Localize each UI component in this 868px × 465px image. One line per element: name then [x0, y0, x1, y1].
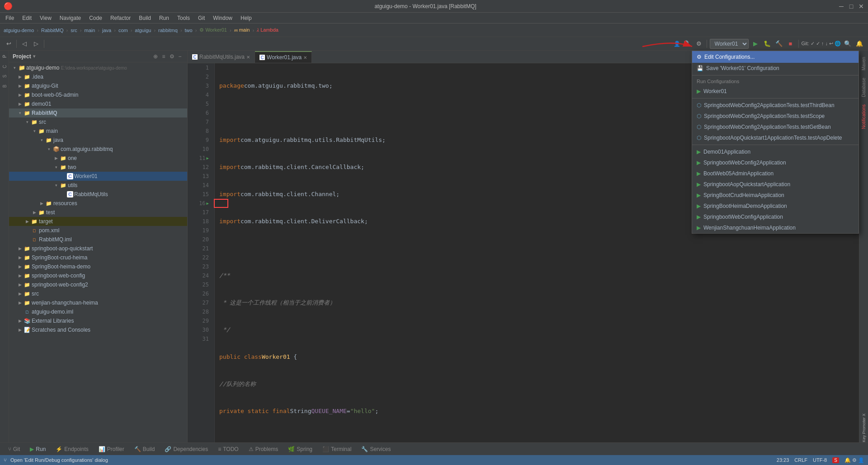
notification-button[interactable]: 🔔 — [854, 39, 864, 49]
config-test2[interactable]: ⬡ SpringbootWebConfig2ApplicationTests.t… — [692, 111, 859, 122]
config-test4[interactable]: ⬡ SpringbootAopQuickstart1ApplicationTes… — [692, 132, 859, 143]
config-aop[interactable]: ▶ SpringbootAopQuickstartApplication — [692, 179, 859, 190]
left-icon-bookmarks[interactable]: B — [0, 82, 9, 90]
bottom-tab-git[interactable]: ⑂ Git — [4, 444, 24, 454]
tree-rabbitmq[interactable]: ▾ 📁 RabbitMQ — [9, 108, 187, 117]
breadcrumb-root[interactable]: atguigu-demo — [4, 28, 34, 33]
debug-button[interactable]: 🐛 — [762, 39, 772, 49]
tree-springboot-web2[interactable]: ▶ 📁 springboot-web-config2 — [9, 280, 187, 289]
stop-button[interactable]: ■ — [786, 39, 796, 49]
tree-one[interactable]: ▶ 📁 one — [9, 154, 187, 163]
bottom-tab-terminal[interactable]: ⬛ Terminal — [318, 444, 356, 454]
notifications-tab[interactable]: Notifications — [860, 102, 867, 132]
config-springboot-web2app[interactable]: ▶ SpringbootWebConfig2Application — [692, 157, 859, 168]
tree-java[interactable]: ▾ 📁 java — [9, 136, 187, 145]
close-button[interactable]: ✕ — [858, 3, 864, 9]
tree-worker01[interactable]: C Worker01 — [9, 172, 187, 181]
breadcrumb-worker01[interactable]: ⚙ Worker01 — [199, 27, 227, 33]
menu-view[interactable]: View — [36, 14, 55, 22]
tree-root[interactable]: ▾ 📁 atguigu-demo E:\idea-workspace\atgui… — [9, 63, 187, 72]
menu-navigate[interactable]: Navigate — [56, 14, 85, 22]
tree-main[interactable]: ▾ 📁 main — [9, 127, 187, 136]
back-button[interactable]: ◁ — [19, 39, 29, 49]
maximize-button[interactable]: □ — [848, 3, 854, 9]
tree-springboot-heima[interactable]: ▶ 📁 SpringBoot-heima-demo — [9, 262, 187, 271]
tree-utils[interactable]: ▾ 📁 utils — [9, 181, 187, 190]
bottom-tab-dependencies[interactable]: 🔗 Dependencies — [160, 444, 212, 454]
run-button[interactable]: ▶ — [750, 39, 760, 49]
left-icon-structure[interactable]: S — [0, 72, 9, 80]
tree-iml[interactable]: 🗋 RabbitMQ.iml — [9, 235, 187, 244]
menu-edit[interactable]: Edit — [19, 14, 35, 22]
config-webconfig[interactable]: ▶ SpringbootWebConfigApplication — [692, 211, 859, 222]
run-config-select[interactable]: Worker01 — [710, 39, 749, 49]
menu-build[interactable]: Build — [135, 14, 155, 22]
title-bar-right[interactable]: ─ □ ✕ — [838, 3, 864, 9]
config-bootweb[interactable]: ▶ BootWeb05AdminApplication — [692, 168, 859, 179]
bottom-tab-endpoints[interactable]: ⚡ Endpoints — [51, 444, 93, 454]
tree-target[interactable]: ▶ 📁 target — [9, 217, 187, 226]
bottom-tab-spring[interactable]: 🌿 Spring — [283, 444, 317, 454]
menu-window[interactable]: Window — [209, 14, 236, 22]
breadcrumb-src[interactable]: src — [71, 28, 77, 33]
menu-tools[interactable]: Tools — [174, 14, 193, 22]
breadcrumb-atguigu[interactable]: atguigu — [135, 28, 151, 33]
tree-demo01[interactable]: ▶ 📁 demo01 — [9, 99, 187, 108]
tree-src[interactable]: ▾ 📁 src — [9, 117, 187, 127]
breadcrumb-com[interactable]: com — [118, 28, 128, 33]
breadcrumb-main[interactable]: main — [85, 28, 95, 33]
bottom-tab-problems[interactable]: ⚠ Problems — [244, 444, 283, 454]
config-wenjian[interactable]: ▶ WenjianShangchuanHeimaApplication — [692, 222, 859, 233]
bottom-tab-run[interactable]: ▶ Run — [25, 444, 50, 454]
config-demo01[interactable]: ▶ Demo01Application — [692, 146, 859, 157]
config-test1[interactable]: ⬡ SpringbootWebConfig2ApplicationTests.t… — [692, 100, 859, 111]
config-crud[interactable]: ▶ SpringBootCrudHeimaApplication — [692, 190, 859, 201]
tree-springboot-aop[interactable]: ▶ 📁 springboot-aop-quickstart — [9, 244, 187, 253]
menu-run[interactable]: Run — [156, 14, 173, 22]
revert-button[interactable]: ↩ — [4, 39, 14, 49]
tab-rabbitmqutils[interactable]: C RabbitMqUtils.java ✕ — [188, 51, 255, 63]
search-button[interactable]: 🔍 — [843, 39, 853, 49]
breadcrumb-lambda[interactable]: 𝜆 Lambda — [257, 27, 278, 33]
tab-worker01[interactable]: C Worker01.java ✕ — [255, 51, 312, 63]
breadcrumb-method-main[interactable]: 𝑚 main — [234, 27, 250, 33]
tree-close[interactable]: − — [176, 53, 184, 60]
locate-button[interactable]: ⊕ — [152, 53, 159, 60]
menu-code[interactable]: Code — [85, 14, 106, 22]
tab-close[interactable]: ✕ — [246, 55, 250, 60]
breadcrumb-two[interactable]: two — [185, 28, 193, 33]
database-tab[interactable]: Database — [860, 75, 867, 100]
tree-test[interactable]: ▶ 📁 test — [9, 208, 187, 217]
bottom-tab-build[interactable]: 🔨 Build — [130, 444, 160, 454]
menu-git[interactable]: Git — [194, 14, 208, 22]
breadcrumb-rabbitmq[interactable]: RabbitMQ — [41, 28, 64, 33]
save-config-item[interactable]: 💾 Save 'Worker01' Configuration — [692, 63, 859, 74]
menu-file[interactable]: File — [2, 14, 18, 22]
encoding[interactable]: UTF-8 — [813, 457, 827, 463]
tree-ext-libraries[interactable]: ▶ 📚 External Libraries — [9, 316, 187, 325]
bottom-tab-profiler[interactable]: 📊 Profiler — [94, 444, 129, 454]
collapse-button[interactable]: ≡ — [160, 53, 167, 60]
breadcrumb-java[interactable]: java — [102, 28, 111, 33]
config-worker01[interactable]: ▶ Worker01 — [692, 86, 859, 97]
tree-atguigu-git[interactable]: ▶ 📁 atguigu-Git — [9, 81, 187, 90]
tree-src2[interactable]: ▶ 📁 src — [9, 289, 187, 298]
menu-help[interactable]: Help — [237, 14, 255, 22]
tree-wenjian[interactable]: ▶ 📁 wenjian-shangchuan-heima — [9, 298, 187, 307]
tree-two[interactable]: ▾ 📁 two — [9, 163, 187, 172]
tree-resources[interactable]: ▶ 📁 resources — [9, 199, 187, 208]
tree-rabbitmqutils[interactable]: C RabbitMqUtils — [9, 190, 187, 199]
config-test3[interactable]: ⬡ SpringbootWebConfig2ApplicationTests.t… — [692, 122, 859, 132]
project-dropdown-arrow[interactable]: ▾ — [33, 54, 35, 59]
build-button[interactable]: 🔨 — [774, 39, 784, 49]
bottom-tab-services[interactable]: 🔧 Services — [357, 444, 395, 454]
forward-button[interactable]: ▷ — [31, 39, 41, 49]
tree-settings[interactable]: ⚙ — [168, 53, 175, 60]
bottom-tab-todo[interactable]: ≡ TODO — [213, 444, 243, 454]
tab-close2[interactable]: ✕ — [303, 55, 307, 60]
line-separator[interactable]: CRLF — [794, 457, 807, 463]
config-heimademo[interactable]: ▶ SpringBootHeimaDemoApplication — [692, 201, 859, 211]
tree-boot-web[interactable]: ▶ 📁 boot-web-05-admin — [9, 90, 187, 99]
maven-tab[interactable]: Maven — [860, 54, 867, 73]
left-icon-commit[interactable]: C — [0, 62, 9, 70]
